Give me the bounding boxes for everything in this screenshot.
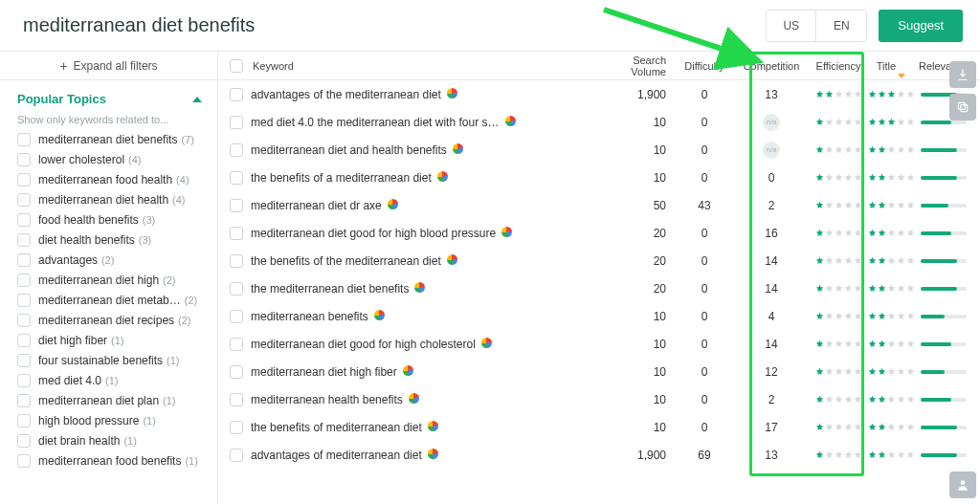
google-icon[interactable] xyxy=(447,88,457,99)
google-icon[interactable] xyxy=(388,199,398,209)
keyword-cell[interactable]: the benefits of the mediterranean diet xyxy=(251,254,599,268)
row-checkbox[interactable] xyxy=(230,199,243,212)
row-checkbox[interactable] xyxy=(230,393,243,406)
filter-checkbox[interactable] xyxy=(17,434,31,448)
filter-item[interactable]: lower cholesterol(4) xyxy=(17,153,202,166)
filter-item[interactable]: food health benefits(3) xyxy=(17,213,202,227)
filter-checkbox[interactable] xyxy=(17,354,31,367)
keyword-cell[interactable]: advantages of the mediterranean diet xyxy=(251,88,599,101)
filter-checkbox[interactable] xyxy=(17,394,31,407)
filter-count: (4) xyxy=(172,194,185,206)
row-checkbox[interactable] xyxy=(230,171,243,185)
google-icon[interactable] xyxy=(414,282,425,293)
keyword-cell[interactable]: mediterranean diet dr axe xyxy=(251,199,599,212)
filter-item[interactable]: mediterranean diet recipes(2) xyxy=(17,314,202,327)
row-checkbox[interactable] xyxy=(230,365,243,379)
row-checkbox[interactable] xyxy=(230,116,243,129)
filter-checkbox[interactable] xyxy=(17,294,31,307)
comp-cell: 14 xyxy=(733,254,810,268)
keyword-cell[interactable]: mediterranean benefits xyxy=(251,310,599,323)
country-button[interactable]: US xyxy=(767,11,816,41)
download-button[interactable] xyxy=(949,61,976,88)
google-icon[interactable] xyxy=(374,310,385,320)
row-checkbox[interactable] xyxy=(230,449,243,462)
col-search-volume[interactable]: Search Volume xyxy=(599,55,676,77)
copy-button[interactable] xyxy=(949,94,976,121)
row-checkbox[interactable] xyxy=(230,310,243,323)
google-icon[interactable] xyxy=(447,254,457,265)
row-checkbox[interactable] xyxy=(230,143,243,157)
google-icon[interactable] xyxy=(428,421,438,431)
google-icon[interactable] xyxy=(501,227,512,237)
keyword-cell[interactable]: the benefits of mediterranean diet xyxy=(251,421,599,434)
filter-checkbox[interactable] xyxy=(17,374,31,387)
filter-item[interactable]: med diet 4.0(1) xyxy=(17,374,202,387)
keyword-cell[interactable]: mediterranean diet good for high cholest… xyxy=(251,338,599,351)
filter-checkbox[interactable] xyxy=(17,253,31,267)
popular-topics-toggle[interactable]: Popular Topics xyxy=(17,92,202,106)
filter-checkbox[interactable] xyxy=(17,193,31,207)
filter-count: (1) xyxy=(167,355,179,366)
filter-item[interactable]: diet high fiber(1) xyxy=(17,334,202,347)
suggest-button[interactable]: Suggest xyxy=(879,10,963,42)
filter-item[interactable]: high blood pressure(1) xyxy=(17,414,202,427)
filter-checkbox[interactable] xyxy=(17,334,31,347)
filter-item[interactable]: mediterranean diet plan(1) xyxy=(17,394,202,407)
google-icon[interactable] xyxy=(428,449,438,459)
user-button[interactable] xyxy=(949,471,976,498)
filter-checkbox[interactable] xyxy=(17,274,31,287)
keyword-cell[interactable]: the benefits of a mediterranean diet xyxy=(251,171,599,185)
filter-item[interactable]: mediterranean diet benefits(7) xyxy=(17,133,202,146)
select-all-checkbox[interactable] xyxy=(230,59,243,73)
col-efficiency[interactable]: Efficiency xyxy=(810,60,867,72)
google-icon[interactable] xyxy=(481,338,492,348)
filter-checkbox[interactable] xyxy=(17,454,31,468)
google-icon[interactable] xyxy=(453,143,463,154)
filter-checkbox[interactable] xyxy=(17,173,31,186)
filter-checkbox[interactable] xyxy=(17,233,31,247)
keyword-cell[interactable]: advantages of mediterranean diet xyxy=(251,449,599,462)
star-rating xyxy=(815,256,862,265)
row-checkbox[interactable] xyxy=(230,421,243,434)
keyword-cell[interactable]: med diet 4.0 the mediterranean diet with… xyxy=(251,116,599,129)
google-icon[interactable] xyxy=(409,393,419,404)
row-checkbox[interactable] xyxy=(230,88,243,101)
filter-item[interactable]: mediterranean diet metab…(2) xyxy=(17,294,202,307)
row-checkbox[interactable] xyxy=(230,338,243,351)
filter-item[interactable]: mediterranean diet health(4) xyxy=(17,193,202,207)
filter-checkbox[interactable] xyxy=(17,133,31,146)
row-checkbox[interactable] xyxy=(230,282,243,296)
search-query-input[interactable] xyxy=(23,14,766,36)
filter-checkbox[interactable] xyxy=(17,153,31,166)
results-rows[interactable]: advantages of the mediterranean diet1,90… xyxy=(218,80,980,504)
keyword-cell[interactable]: the mediterranean diet benefits xyxy=(251,282,599,296)
col-title[interactable]: Title xyxy=(867,60,915,72)
row-checkbox[interactable] xyxy=(230,227,243,240)
filter-item[interactable]: diet health benefits(3) xyxy=(17,233,202,247)
expand-filters-button[interactable]: + Expand all filters xyxy=(0,52,217,80)
filter-item[interactable]: mediterranean food health(4) xyxy=(17,173,202,186)
keyword-cell[interactable]: mediterranean diet and health benefits xyxy=(251,143,599,157)
filter-checkbox[interactable] xyxy=(17,213,31,227)
filter-item[interactable]: diet brain health(1) xyxy=(17,434,202,448)
comp-cell: 4 xyxy=(733,310,810,323)
keyword-cell[interactable]: mediterranean diet high fiber xyxy=(251,365,599,379)
row-checkbox[interactable] xyxy=(230,254,243,268)
keyword-cell[interactable]: mediterranean health benefits xyxy=(251,393,599,406)
filter-count: (3) xyxy=(139,234,151,246)
google-icon[interactable] xyxy=(505,116,516,126)
language-button[interactable]: EN xyxy=(816,11,866,41)
col-competition[interactable]: Competition xyxy=(733,60,810,72)
google-icon[interactable] xyxy=(437,171,448,182)
filter-item[interactable]: four sustainable benefits(1) xyxy=(17,354,202,367)
filter-checkbox[interactable] xyxy=(17,414,31,427)
google-icon[interactable] xyxy=(403,365,413,376)
filter-item[interactable]: mediterranean diet high(2) xyxy=(17,274,202,287)
filter-label: med diet 4.0 xyxy=(38,374,101,387)
filter-item[interactable]: mediterranean food benefits(1) xyxy=(17,454,202,468)
filter-item[interactable]: advantages(2) xyxy=(17,253,202,267)
filter-checkbox[interactable] xyxy=(17,314,31,327)
col-difficulty[interactable]: Difficulty xyxy=(676,60,733,72)
keyword-cell[interactable]: mediterranean diet good for high blood p… xyxy=(251,227,599,240)
col-keyword[interactable]: Keyword xyxy=(253,60,599,72)
